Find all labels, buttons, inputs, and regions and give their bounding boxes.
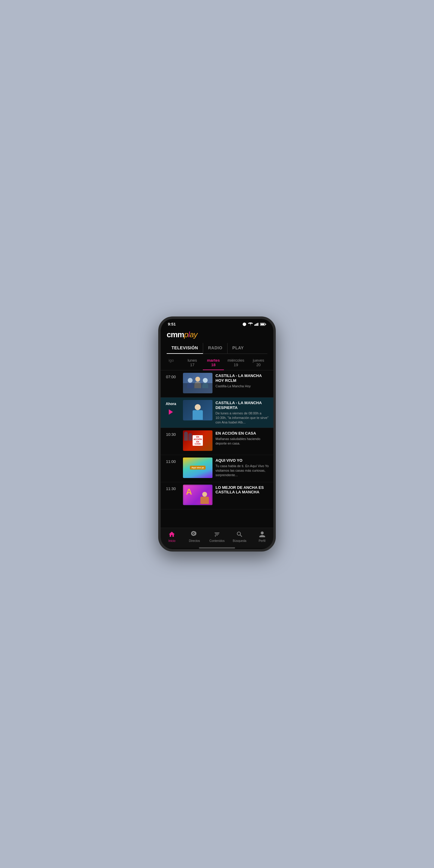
info-col-0: CASTILLA - LA MANCHA HOY RCLM Castilla-L… bbox=[214, 370, 273, 397]
program-title-2: EN ACCIÓN EN CASA bbox=[216, 431, 270, 436]
phone-screen: 9:51 bbox=[161, 319, 273, 549]
person-head bbox=[195, 377, 200, 381]
silhouette bbox=[188, 433, 192, 441]
day-martes-name: martes bbox=[207, 358, 220, 363]
thumb-vivo: Aquí vivo yo bbox=[183, 458, 213, 478]
nav-label-inicio: Inicio bbox=[168, 539, 176, 542]
program-row-3[interactable]: 11:00 Aquí vivo yo AQUI VIVO YO Tu casa … bbox=[161, 455, 273, 482]
day-jueves[interactable]: jueves 20 bbox=[248, 357, 269, 370]
nav-item-inicio[interactable]: Inicio bbox=[163, 530, 181, 542]
anchor-woman bbox=[193, 400, 203, 421]
person-head bbox=[203, 378, 208, 383]
woman-head-ancha bbox=[202, 492, 207, 497]
bottom-nav: Inicio Directos bbox=[161, 528, 273, 548]
search-icon bbox=[236, 530, 244, 538]
svg-rect-2 bbox=[255, 324, 256, 326]
nav-label-contenidos: Contenidos bbox=[210, 539, 225, 542]
time-col-3: 11:00 bbox=[161, 455, 181, 482]
battery-icon bbox=[260, 322, 266, 326]
svg-rect-7 bbox=[261, 323, 265, 325]
time-1030: 10:30 bbox=[166, 432, 176, 437]
tab-play[interactable]: PLAY bbox=[227, 343, 249, 353]
day-lunes[interactable]: lunes 17 bbox=[182, 357, 203, 370]
program-row-2[interactable]: 10:30 ENACCIÓNENCASA bbox=[161, 428, 273, 455]
thumb-col-now bbox=[181, 398, 214, 428]
woman-body-ancha bbox=[200, 497, 209, 504]
bg-silhouettes bbox=[184, 432, 192, 441]
time-0700: 07:00 bbox=[166, 375, 176, 379]
day-lunes-name: lunes bbox=[187, 358, 197, 363]
tab-television[interactable]: TELEVISIÓN bbox=[167, 343, 203, 354]
person-3 bbox=[202, 378, 208, 388]
thumb-col-2: ENACCIÓNENCASA bbox=[181, 428, 214, 455]
day-martes[interactable]: martes 18 bbox=[203, 357, 224, 370]
program-row[interactable]: 07:00 bbox=[161, 370, 273, 398]
play-button[interactable] bbox=[167, 408, 175, 416]
signal-icon bbox=[254, 322, 258, 326]
thumb-accion: ENACCIÓNENCASA bbox=[183, 430, 213, 451]
program-row-4[interactable]: 11:30 A bbox=[161, 482, 273, 509]
nav-label-busqueda: Búsqueda bbox=[233, 539, 246, 542]
day-domingo[interactable]: igo bbox=[161, 357, 182, 370]
woman-figure bbox=[193, 404, 203, 420]
program-desc-2: Mañanas saludables haciendo deporte en c… bbox=[216, 437, 270, 446]
play-triangle-icon bbox=[169, 409, 173, 415]
person-1 bbox=[187, 378, 193, 388]
day-jueves-name: jueves bbox=[253, 358, 264, 363]
ancha-bg: A bbox=[184, 486, 211, 504]
logo: cmm play bbox=[167, 330, 267, 339]
program-row-now[interactable]: Ahora bbox=[161, 398, 273, 428]
time-col-0: 07:00 bbox=[161, 370, 181, 397]
home-indicator bbox=[161, 548, 273, 549]
program-title-3: AQUI VIVO YO bbox=[216, 458, 270, 463]
logo-play-text: play bbox=[184, 330, 197, 339]
vivo-bg: Aquí vivo yo bbox=[183, 458, 213, 478]
program-title-0: CASTILLA - LA MANCHA HOY RCLM bbox=[216, 373, 270, 383]
thumb-col-4: A bbox=[181, 482, 214, 509]
app-header: cmm play TELEVISIÓN RADIO PLAY bbox=[161, 328, 273, 354]
day-lunes-num: 17 bbox=[190, 363, 194, 367]
home-bar bbox=[199, 547, 235, 549]
nav-item-perfil[interactable]: Perfil bbox=[253, 530, 271, 542]
status-time: 9:51 bbox=[168, 322, 176, 327]
svg-point-0 bbox=[243, 322, 246, 326]
accion-badge: ENACCIÓNENCASA bbox=[193, 435, 203, 446]
time-col-2: 10:30 bbox=[161, 428, 181, 455]
nav-item-contenidos[interactable]: Contenidos bbox=[208, 530, 226, 542]
woman-head bbox=[195, 404, 201, 410]
status-icons bbox=[242, 322, 266, 327]
info-col-4: LO MEJOR DE ANCHA ES CASTILLA LA MANCHA bbox=[214, 482, 273, 509]
thumb-col-0 bbox=[181, 370, 214, 397]
phone-frame: 9:51 bbox=[158, 316, 276, 552]
time-col-now: Ahora bbox=[161, 398, 181, 428]
nav-label-perfil: Perfil bbox=[258, 539, 266, 542]
day-domingo-name: igo bbox=[168, 358, 174, 363]
content-list[interactable]: 07:00 bbox=[161, 370, 273, 528]
nav-item-directos[interactable]: Directos bbox=[185, 530, 204, 542]
home-icon bbox=[168, 530, 176, 538]
program-desc-3: Tu casa habla de ti. En Aquí Vivo Yo vis… bbox=[216, 464, 270, 477]
vivo-sign: Aquí vivo yo bbox=[190, 466, 206, 470]
day-miercoles-num: 19 bbox=[234, 363, 238, 367]
person-2 bbox=[194, 377, 201, 388]
time-col-4: 11:30 bbox=[161, 482, 181, 509]
thumb-col-3: Aquí vivo yo bbox=[181, 455, 214, 482]
play-circle-icon bbox=[213, 530, 221, 538]
thumb-ancha: A bbox=[183, 485, 213, 505]
program-desc-now: De lunes a viernes de 08:00h a 10:30h, "… bbox=[216, 411, 270, 425]
person-body bbox=[187, 383, 193, 388]
day-miercoles[interactable]: miércoles 19 bbox=[224, 357, 248, 370]
program-title-now: CASTILLA - LA MANCHA DESPIERTA bbox=[216, 401, 270, 410]
person-body bbox=[202, 383, 208, 388]
status-bar: 9:51 bbox=[161, 319, 273, 328]
nav-item-busqueda[interactable]: Búsqueda bbox=[230, 530, 249, 542]
svg-rect-3 bbox=[256, 323, 257, 326]
day-jueves-num: 20 bbox=[256, 363, 260, 367]
time-1130: 11:30 bbox=[166, 487, 176, 491]
svg-rect-4 bbox=[258, 323, 258, 326]
time-1100: 11:00 bbox=[166, 459, 176, 464]
person-head bbox=[188, 378, 193, 383]
profile-icon bbox=[258, 530, 266, 538]
tab-radio[interactable]: RADIO bbox=[203, 343, 227, 353]
day-selector: igo lunes 17 martes 18 miércoles 19 juev… bbox=[161, 354, 273, 370]
